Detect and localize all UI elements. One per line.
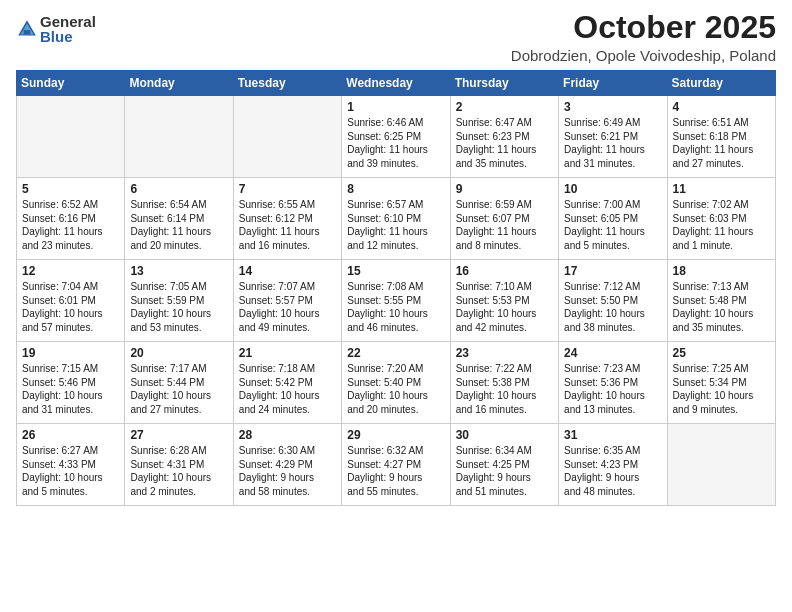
day-detail: Sunrise: 6:57 AM Sunset: 6:10 PM Dayligh… bbox=[347, 198, 444, 252]
day-detail: Sunrise: 7:15 AM Sunset: 5:46 PM Dayligh… bbox=[22, 362, 119, 416]
day-cell: 6Sunrise: 6:54 AM Sunset: 6:14 PM Daylig… bbox=[125, 178, 233, 260]
day-detail: Sunrise: 6:49 AM Sunset: 6:21 PM Dayligh… bbox=[564, 116, 661, 170]
day-cell: 13Sunrise: 7:05 AM Sunset: 5:59 PM Dayli… bbox=[125, 260, 233, 342]
day-number: 29 bbox=[347, 428, 444, 442]
day-detail: Sunrise: 7:22 AM Sunset: 5:38 PM Dayligh… bbox=[456, 362, 553, 416]
month-title: October 2025 bbox=[511, 10, 776, 45]
day-number: 3 bbox=[564, 100, 661, 114]
day-cell: 27Sunrise: 6:28 AM Sunset: 4:31 PM Dayli… bbox=[125, 424, 233, 506]
logo-icon bbox=[16, 18, 38, 40]
day-number: 7 bbox=[239, 182, 336, 196]
day-cell: 29Sunrise: 6:32 AM Sunset: 4:27 PM Dayli… bbox=[342, 424, 450, 506]
day-number: 13 bbox=[130, 264, 227, 278]
day-cell: 20Sunrise: 7:17 AM Sunset: 5:44 PM Dayli… bbox=[125, 342, 233, 424]
day-cell bbox=[17, 96, 125, 178]
day-detail: Sunrise: 6:28 AM Sunset: 4:31 PM Dayligh… bbox=[130, 444, 227, 498]
day-detail: Sunrise: 7:07 AM Sunset: 5:57 PM Dayligh… bbox=[239, 280, 336, 334]
day-cell bbox=[125, 96, 233, 178]
day-detail: Sunrise: 6:52 AM Sunset: 6:16 PM Dayligh… bbox=[22, 198, 119, 252]
day-number: 23 bbox=[456, 346, 553, 360]
day-number: 11 bbox=[673, 182, 770, 196]
day-cell: 25Sunrise: 7:25 AM Sunset: 5:34 PM Dayli… bbox=[667, 342, 775, 424]
day-cell: 28Sunrise: 6:30 AM Sunset: 4:29 PM Dayli… bbox=[233, 424, 341, 506]
day-cell bbox=[233, 96, 341, 178]
day-detail: Sunrise: 7:18 AM Sunset: 5:42 PM Dayligh… bbox=[239, 362, 336, 416]
day-detail: Sunrise: 6:46 AM Sunset: 6:25 PM Dayligh… bbox=[347, 116, 444, 170]
day-cell: 3Sunrise: 6:49 AM Sunset: 6:21 PM Daylig… bbox=[559, 96, 667, 178]
title-area: October 2025 Dobrodzien, Opole Voivodesh… bbox=[511, 10, 776, 64]
day-cell: 7Sunrise: 6:55 AM Sunset: 6:12 PM Daylig… bbox=[233, 178, 341, 260]
day-cell: 10Sunrise: 7:00 AM Sunset: 6:05 PM Dayli… bbox=[559, 178, 667, 260]
day-cell: 22Sunrise: 7:20 AM Sunset: 5:40 PM Dayli… bbox=[342, 342, 450, 424]
col-sunday: Sunday bbox=[17, 71, 125, 96]
day-cell: 17Sunrise: 7:12 AM Sunset: 5:50 PM Dayli… bbox=[559, 260, 667, 342]
day-cell: 15Sunrise: 7:08 AM Sunset: 5:55 PM Dayli… bbox=[342, 260, 450, 342]
day-cell: 9Sunrise: 6:59 AM Sunset: 6:07 PM Daylig… bbox=[450, 178, 558, 260]
day-detail: Sunrise: 6:51 AM Sunset: 6:18 PM Dayligh… bbox=[673, 116, 770, 170]
day-detail: Sunrise: 7:25 AM Sunset: 5:34 PM Dayligh… bbox=[673, 362, 770, 416]
day-number: 15 bbox=[347, 264, 444, 278]
day-number: 9 bbox=[456, 182, 553, 196]
day-number: 8 bbox=[347, 182, 444, 196]
day-cell: 2Sunrise: 6:47 AM Sunset: 6:23 PM Daylig… bbox=[450, 96, 558, 178]
logo-text: General Blue bbox=[40, 14, 96, 44]
week-row-4: 26Sunrise: 6:27 AM Sunset: 4:33 PM Dayli… bbox=[17, 424, 776, 506]
day-detail: Sunrise: 7:05 AM Sunset: 5:59 PM Dayligh… bbox=[130, 280, 227, 334]
day-number: 4 bbox=[673, 100, 770, 114]
location-title: Dobrodzien, Opole Voivodeship, Poland bbox=[511, 47, 776, 64]
day-detail: Sunrise: 7:08 AM Sunset: 5:55 PM Dayligh… bbox=[347, 280, 444, 334]
col-saturday: Saturday bbox=[667, 71, 775, 96]
day-detail: Sunrise: 7:12 AM Sunset: 5:50 PM Dayligh… bbox=[564, 280, 661, 334]
week-row-0: 1Sunrise: 6:46 AM Sunset: 6:25 PM Daylig… bbox=[17, 96, 776, 178]
day-cell: 19Sunrise: 7:15 AM Sunset: 5:46 PM Dayli… bbox=[17, 342, 125, 424]
header-row: Sunday Monday Tuesday Wednesday Thursday… bbox=[17, 71, 776, 96]
header-area: General Blue October 2025 Dobrodzien, Op… bbox=[16, 10, 776, 64]
day-detail: Sunrise: 7:10 AM Sunset: 5:53 PM Dayligh… bbox=[456, 280, 553, 334]
day-detail: Sunrise: 7:04 AM Sunset: 6:01 PM Dayligh… bbox=[22, 280, 119, 334]
day-detail: Sunrise: 6:59 AM Sunset: 6:07 PM Dayligh… bbox=[456, 198, 553, 252]
day-detail: Sunrise: 6:55 AM Sunset: 6:12 PM Dayligh… bbox=[239, 198, 336, 252]
day-number: 12 bbox=[22, 264, 119, 278]
day-detail: Sunrise: 6:47 AM Sunset: 6:23 PM Dayligh… bbox=[456, 116, 553, 170]
day-number: 20 bbox=[130, 346, 227, 360]
day-number: 27 bbox=[130, 428, 227, 442]
day-number: 18 bbox=[673, 264, 770, 278]
day-number: 21 bbox=[239, 346, 336, 360]
day-number: 17 bbox=[564, 264, 661, 278]
day-number: 1 bbox=[347, 100, 444, 114]
day-detail: Sunrise: 7:00 AM Sunset: 6:05 PM Dayligh… bbox=[564, 198, 661, 252]
day-cell: 16Sunrise: 7:10 AM Sunset: 5:53 PM Dayli… bbox=[450, 260, 558, 342]
day-number: 14 bbox=[239, 264, 336, 278]
calendar-table: Sunday Monday Tuesday Wednesday Thursday… bbox=[16, 70, 776, 506]
week-row-3: 19Sunrise: 7:15 AM Sunset: 5:46 PM Dayli… bbox=[17, 342, 776, 424]
col-tuesday: Tuesday bbox=[233, 71, 341, 96]
day-number: 19 bbox=[22, 346, 119, 360]
day-detail: Sunrise: 7:13 AM Sunset: 5:48 PM Dayligh… bbox=[673, 280, 770, 334]
day-detail: Sunrise: 7:17 AM Sunset: 5:44 PM Dayligh… bbox=[130, 362, 227, 416]
day-detail: Sunrise: 6:35 AM Sunset: 4:23 PM Dayligh… bbox=[564, 444, 661, 498]
day-number: 6 bbox=[130, 182, 227, 196]
day-cell bbox=[667, 424, 775, 506]
day-cell: 8Sunrise: 6:57 AM Sunset: 6:10 PM Daylig… bbox=[342, 178, 450, 260]
day-number: 10 bbox=[564, 182, 661, 196]
day-cell: 18Sunrise: 7:13 AM Sunset: 5:48 PM Dayli… bbox=[667, 260, 775, 342]
day-detail: Sunrise: 7:20 AM Sunset: 5:40 PM Dayligh… bbox=[347, 362, 444, 416]
day-number: 5 bbox=[22, 182, 119, 196]
logo: General Blue bbox=[16, 14, 96, 44]
day-detail: Sunrise: 6:54 AM Sunset: 6:14 PM Dayligh… bbox=[130, 198, 227, 252]
day-detail: Sunrise: 6:32 AM Sunset: 4:27 PM Dayligh… bbox=[347, 444, 444, 498]
day-detail: Sunrise: 6:27 AM Sunset: 4:33 PM Dayligh… bbox=[22, 444, 119, 498]
day-number: 24 bbox=[564, 346, 661, 360]
day-cell: 5Sunrise: 6:52 AM Sunset: 6:16 PM Daylig… bbox=[17, 178, 125, 260]
week-row-2: 12Sunrise: 7:04 AM Sunset: 6:01 PM Dayli… bbox=[17, 260, 776, 342]
day-number: 16 bbox=[456, 264, 553, 278]
col-friday: Friday bbox=[559, 71, 667, 96]
day-cell: 21Sunrise: 7:18 AM Sunset: 5:42 PM Dayli… bbox=[233, 342, 341, 424]
day-cell: 23Sunrise: 7:22 AM Sunset: 5:38 PM Dayli… bbox=[450, 342, 558, 424]
day-detail: Sunrise: 6:30 AM Sunset: 4:29 PM Dayligh… bbox=[239, 444, 336, 498]
day-number: 26 bbox=[22, 428, 119, 442]
day-cell: 14Sunrise: 7:07 AM Sunset: 5:57 PM Dayli… bbox=[233, 260, 341, 342]
logo-general-text: General bbox=[40, 14, 96, 29]
day-cell: 26Sunrise: 6:27 AM Sunset: 4:33 PM Dayli… bbox=[17, 424, 125, 506]
day-cell: 31Sunrise: 6:35 AM Sunset: 4:23 PM Dayli… bbox=[559, 424, 667, 506]
